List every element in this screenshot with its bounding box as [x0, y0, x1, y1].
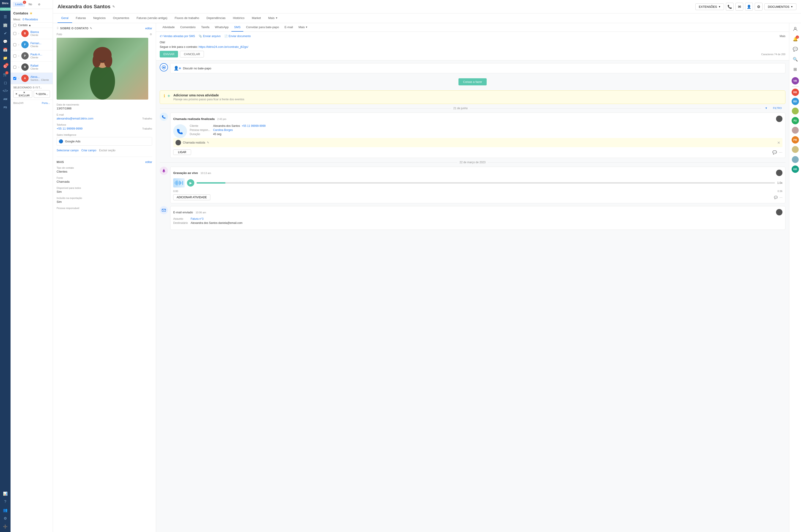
contact-sort[interactable]: Contato ▲ [18, 23, 31, 27]
avatar-photo-4[interactable] [791, 155, 799, 164]
extensions-button[interactable]: EXTENSÕES ▼ [695, 3, 724, 10]
sidebar-item-menu[interactable]: ☰ [2, 13, 9, 20]
sidebar-item-drive[interactable]: 📁 [2, 54, 9, 61]
leads-tab[interactable]: Leads 1 [13, 2, 25, 7]
ligar-button[interactable]: LIGAR [173, 150, 191, 155]
sidebar-item-shop[interactable]: 🛒 4 [2, 71, 9, 78]
tab-whatsapp[interactable]: WhatsApp [212, 23, 232, 32]
tab-dependencias[interactable]: Dependências [203, 14, 229, 23]
tab-faturas-antiga[interactable]: Faturas (versão antiga) [133, 14, 171, 23]
edit-note-icon[interactable]: ✎ [207, 141, 209, 144]
select-field-link[interactable]: Selecionar campo [57, 149, 78, 152]
contact-checkbox[interactable] [13, 55, 16, 57]
contact-item[interactable]: ≡ P Paulo A... Cliente [11, 50, 53, 61]
phone-link[interactable]: +55 11 99999-9999 [242, 124, 266, 128]
sidebar-chat-icon[interactable]: 💬 [791, 45, 799, 53]
tab-market[interactable]: Market [248, 14, 265, 23]
sidebar-item-settings[interactable]: ⚙ [2, 515, 9, 522]
sidebar-item-tasks[interactable]: ✔ [2, 30, 9, 37]
contact-item[interactable]: ≡ F Fernan... Cliente [11, 39, 53, 50]
avatar-pb[interactable]: PB [791, 136, 799, 144]
vendas-link[interactable]: 🏷 Vendas ativadas por SMS [160, 35, 195, 38]
settings-button[interactable]: ⚙ [755, 3, 763, 11]
comment-icon[interactable]: 💬 [774, 196, 778, 199]
sidebar-item-calendar[interactable]: 📅 [2, 46, 9, 53]
avatar-p2[interactable]: P2 [791, 117, 799, 124]
star-icon[interactable]: ★ [30, 12, 33, 15]
edit-button[interactable]: ✎ EDITA... [34, 90, 50, 98]
discuss-bar[interactable]: 👤+ Discutir no bate-papo [170, 63, 785, 73]
sidebar-item-ps[interactable]: PS [2, 104, 9, 111]
sidebar-person-icon[interactable] [791, 25, 799, 33]
responsible-value[interactable]: Carolina Borges [213, 129, 266, 132]
contact-item[interactable]: ≡ R Rafael Cliente [11, 61, 53, 73]
language-selector[interactable]: Portu... [42, 102, 50, 104]
sidebar-item-help[interactable]: ? [2, 498, 9, 506]
email-link[interactable]: alexandra@email.bitrix.com [57, 117, 93, 120]
tab-geral[interactable]: Geral [57, 14, 72, 23]
no-tab[interactable]: No [26, 2, 34, 7]
cancelar-button[interactable]: CANCELAR [180, 51, 204, 57]
exclude-button[interactable]: ✕ ✕ EXCLUIR [13, 90, 32, 98]
tab-mais[interactable]: Mais ▼ [265, 14, 281, 23]
mais-link[interactable]: Mais [780, 35, 785, 38]
close-tab[interactable]: ⊘ [36, 2, 43, 7]
section-edit-icon[interactable]: ✎ [90, 27, 92, 30]
sidebar-item-deals[interactable]: 🎯 33 [2, 62, 9, 70]
edit-section-link[interactable]: editar [145, 27, 152, 30]
add-activity-button[interactable]: ADICIONAR ATIVIDADE [173, 194, 210, 200]
create-field-link[interactable]: Criar campo [81, 149, 96, 152]
sidebar-item-people[interactable]: 👥 [2, 506, 9, 514]
contact-item[interactable]: ≡ B Bianca Cliente [11, 28, 53, 39]
progress-bar[interactable] [197, 182, 775, 184]
avatar-gd[interactable]: GD [791, 166, 799, 173]
avatar-photo-3[interactable] [791, 145, 799, 154]
filter-value[interactable]: 0 Recebidos [23, 18, 38, 21]
tab-historico[interactable]: Histórico [229, 14, 248, 23]
sidebar-grid-icon[interactable]: ⊞ [791, 65, 799, 74]
comment-icon[interactable]: 💬 [772, 150, 777, 154]
contact-checkbox[interactable] [13, 66, 16, 69]
sidebar-item-dev[interactable]: </> [2, 87, 9, 95]
enviar-documento-link[interactable]: 📄 Enviar documento [224, 35, 251, 38]
phone-link[interactable]: +55 11 99999-9999 [57, 127, 83, 130]
sidebar-item-plus[interactable]: ➕ [2, 523, 9, 530]
contact-checkbox[interactable] [13, 43, 16, 46]
avatar-photo-1[interactable] [791, 107, 799, 115]
contact-item-selected[interactable]: ≡ A Alexa... Santos... Cliente [11, 73, 53, 84]
contact-checkbox[interactable] [13, 77, 16, 80]
tab-negocios[interactable]: Negócios [90, 14, 109, 23]
sidebar-search-icon[interactable]: 🔍 [791, 55, 799, 63]
subject-value[interactable]: Fatura n°3 [190, 217, 782, 221]
enviar-button[interactable]: ENVIAR [160, 51, 178, 57]
tab-sms[interactable]: SMS [232, 23, 243, 32]
tab-faturas[interactable]: Faturas [72, 14, 90, 23]
mail-button[interactable]: ✉ [735, 3, 743, 11]
tab-atividade[interactable]: Atividade [160, 23, 177, 32]
tab-email[interactable]: E-mail [282, 23, 296, 32]
sidebar-item-sites[interactable]: ◻ [2, 79, 9, 86]
play-button[interactable]: ▶ [187, 179, 194, 187]
avatar-rb[interactable]: RB [791, 89, 799, 96]
sidebar-item-analytics[interactable]: 📊 [2, 490, 9, 497]
avatar-photo-2[interactable] [791, 126, 799, 134]
avatar-bd[interactable]: BD [791, 98, 799, 105]
tab-orcamentos[interactable]: Orçamentos [109, 14, 133, 23]
tab-convidar[interactable]: Convidar para bate-papo [243, 23, 282, 32]
more-options-icon[interactable]: ⋯ [779, 150, 782, 154]
exclude-section-link[interactable]: Excluir seção [99, 149, 115, 152]
coisas-fazer-button[interactable]: Coisas a fazer [458, 78, 487, 86]
title-edit-icon[interactable]: ✎ [112, 5, 115, 8]
select-all-checkbox[interactable] [13, 24, 16, 27]
sidebar-item-am[interactable]: AM [2, 95, 9, 103]
enviar-arquivo-link[interactable]: 📎 Enviar arquivo [199, 35, 221, 38]
tab-fluxos[interactable]: Fluxos de trabalho [171, 14, 203, 23]
sidebar-item-crm[interactable]: 🏢 [2, 21, 9, 28]
tab-tarefa[interactable]: Tarefa [198, 23, 212, 32]
documents-button[interactable]: DOCUMENTOS ▼ [764, 3, 797, 10]
filter-button[interactable]: ▼ FILTRO [761, 107, 785, 110]
photo-settings-icon[interactable]: ⚙ [150, 33, 152, 36]
add-plus-icon[interactable]: + [167, 93, 170, 99]
sidebar-item-chat[interactable]: 💬 [2, 38, 9, 45]
person-button[interactable]: 👤 [745, 3, 753, 11]
